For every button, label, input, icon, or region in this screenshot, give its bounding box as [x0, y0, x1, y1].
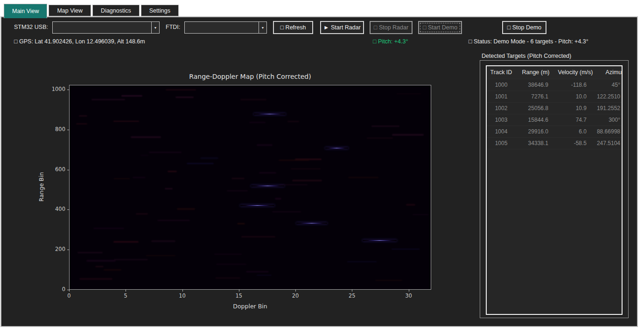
x-tick-mark [69, 290, 70, 292]
table-cell[interactable]: 1000 [487, 79, 516, 90]
table-row[interactable]: 100315844.674.7300° [487, 114, 623, 125]
table-cell[interactable]: 1005 [487, 137, 516, 149]
tab-strip: Main View Map View Diagnostics Settings [4, 4, 180, 18]
table-cell[interactable]: 45° [595, 79, 623, 90]
table-row[interactable]: 100429916.06.088.66998 [487, 125, 623, 137]
noise-smudge [246, 271, 269, 272]
range-doppler-heatmap [69, 85, 431, 290]
table-cell[interactable]: -118.6 [556, 79, 595, 90]
noise-smudge [93, 228, 124, 229]
noise-smudge [292, 180, 322, 181]
table-cell[interactable]: 15844.6 [516, 114, 556, 125]
noise-smudge [95, 266, 103, 267]
gps-status-text: □ GPS: Lat 41.902426, Lon 12.496039, Alt… [14, 38, 145, 45]
targets-panel-title: Detected Targets (Pitch Corrected) [482, 53, 571, 59]
noise-smudge [257, 144, 273, 146]
table-cell[interactable]: 1004 [487, 125, 516, 137]
table-cell[interactable]: 10.0 [556, 90, 595, 102]
noise-smudge [215, 277, 240, 279]
noise-smudge [146, 255, 175, 257]
noise-smudge [413, 214, 428, 215]
noise-smudge [375, 280, 402, 281]
refresh-button[interactable]: □ Refresh [273, 21, 313, 34]
table-cell[interactable]: 88.66998 [595, 125, 623, 137]
table-cell[interactable]: 7276.1 [516, 90, 556, 102]
table-cell[interactable]: 1003 [487, 114, 516, 125]
y-tick-mark [67, 170, 69, 170]
noise-smudge [86, 260, 116, 262]
noise-smudge [280, 184, 308, 186]
table-cell[interactable]: 300° [595, 114, 623, 125]
noise-smudge [140, 155, 148, 156]
table-cell[interactable]: 1002 [487, 102, 516, 114]
noise-smudge [279, 160, 309, 161]
table-cell[interactable]: 1001 [487, 90, 516, 102]
noise-smudge [216, 264, 246, 264]
table-cell[interactable]: 74.7 [556, 114, 595, 125]
targets-groupbox: Track ID Range (m) Velocity (m/s) Azimut… [480, 60, 629, 318]
table-cell[interactable]: 122.2510 [595, 90, 623, 102]
column-header-track-id[interactable]: Track ID [487, 66, 516, 79]
table-cell[interactable]: 29916.0 [516, 125, 556, 137]
table-cell[interactable]: 38646.9 [516, 79, 556, 90]
table-cell[interactable]: 34338.1 [516, 137, 556, 149]
stop-radar-button: □ Stop Radar [370, 21, 413, 34]
tab-map-view[interactable]: Map View [49, 5, 91, 16]
noise-smudge [91, 99, 125, 100]
tab-diagnostics[interactable]: Diagnostics [92, 5, 140, 16]
y-tick-mark [67, 209, 69, 210]
table-row[interactable]: 100534338.1-58.5247.5104 [487, 137, 623, 149]
noise-smudge [241, 236, 275, 237]
y-tick-mark [67, 290, 69, 290]
x-tick-mark [352, 290, 352, 292]
stm32-usb-combobox[interactable]: ▼ [52, 21, 160, 34]
application-window: Main View Map View Diagnostics Settings … [0, 0, 644, 334]
noise-smudge [240, 99, 266, 100]
table-cell[interactable]: 247.5104 [595, 137, 623, 149]
x-axis-label: Doppler Bin [69, 303, 431, 310]
noise-smudge [237, 223, 245, 224]
ftdi-combobox-value [185, 22, 259, 33]
chevron-down-icon[interactable]: ▼ [151, 22, 159, 33]
noise-smudge [367, 138, 393, 139]
noise-smudge [187, 163, 214, 164]
targets-grid[interactable]: Track ID Range (m) Velocity (m/s) Azimut… [486, 65, 623, 315]
table-header-row: Track ID Range (m) Velocity (m/s) Azimut… [487, 66, 623, 79]
noise-smudge [177, 208, 195, 210]
start-radar-button[interactable]: ► Start Radar [320, 21, 364, 34]
tab-main-view[interactable]: Main View [4, 4, 47, 18]
noise-smudge [131, 136, 161, 138]
chevron-down-icon[interactable]: ▼ [259, 22, 266, 33]
noise-smudge [168, 171, 177, 172]
noise-smudge [392, 134, 424, 136]
y-tick-label: 1000 [44, 86, 65, 92]
table-cell[interactable]: 10.9 [556, 102, 595, 114]
noise-smudge [397, 93, 421, 94]
y-tick-label: 400 [44, 206, 65, 212]
column-header-range[interactable]: Range (m) [516, 66, 556, 79]
table-cell[interactable]: 25056.8 [516, 102, 556, 114]
ftdi-combobox[interactable]: ▼ [184, 21, 267, 34]
noise-smudge [136, 213, 148, 215]
detection-streak [363, 240, 397, 241]
x-tick-mark [409, 290, 409, 292]
tab-settings[interactable]: Settings [141, 5, 179, 16]
noise-smudge [287, 121, 300, 122]
x-tick-mark [126, 290, 126, 292]
table-cell[interactable]: -58.5 [556, 137, 595, 149]
table-cell[interactable]: 191.2552 [595, 102, 623, 114]
stop-demo-button[interactable]: □ Stop Demo [502, 21, 546, 34]
chart-title: Range-Doppler Map (Pitch Corrected) [69, 73, 431, 80]
noise-smudge [371, 125, 399, 127]
table-row[interactable]: 10017276.110.0122.2510 [487, 90, 623, 102]
table-row[interactable]: 100038646.9-118.645° [487, 79, 623, 90]
column-header-azimuth[interactable]: Azimuth [595, 66, 623, 79]
table-row[interactable]: 100225056.810.9191.2552 [487, 102, 623, 114]
table-cell[interactable]: 6.0 [556, 125, 595, 137]
column-header-velocity[interactable]: Velocity (m/s) [556, 66, 595, 79]
noise-smudge [114, 259, 148, 260]
detection-streak [325, 147, 348, 149]
noise-smudge [227, 190, 248, 191]
noise-smudge [157, 220, 190, 221]
noise-smudge [406, 204, 415, 205]
